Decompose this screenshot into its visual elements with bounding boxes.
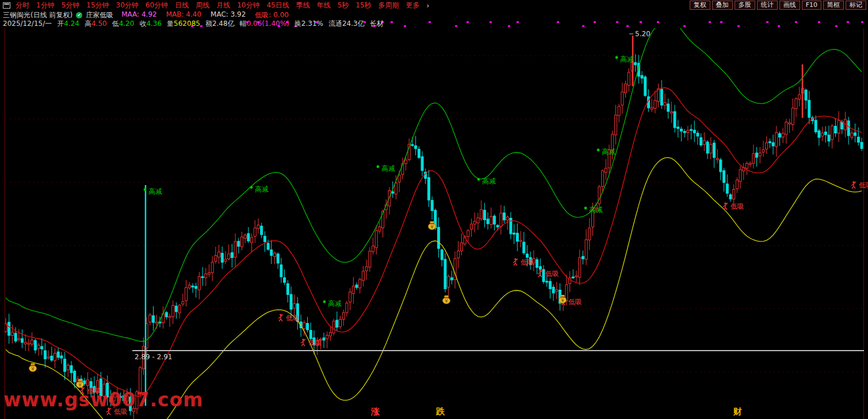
signal-dot: [766, 21, 768, 23]
quote-field: 高4.50: [85, 19, 107, 29]
chevron-right-icon[interactable]: ›: [427, 2, 430, 10]
svg-text:高减: 高减: [620, 55, 634, 63]
window-icon[interactable]: [3, 2, 10, 9]
quote-field: 2025/12/15/一: [3, 19, 52, 29]
toolbar-button-叠加[interactable]: 叠加: [712, 1, 733, 10]
toolbar-button-多股[interactable]: 多股: [735, 1, 755, 10]
menu-item-5秒[interactable]: 5秒: [338, 1, 349, 10]
indicator-check-icon[interactable]: ✔: [76, 12, 82, 18]
signal-dot: [429, 21, 431, 23]
signal-dot: [582, 25, 584, 27]
sell-signal-gaojian: 高减: [584, 206, 603, 214]
menu-item-多周期[interactable]: 多周期: [378, 1, 399, 10]
quote-field: 低4.20: [112, 19, 135, 29]
svg-text:¥: ¥: [430, 225, 433, 230]
quote-field: 量562085: [167, 19, 200, 29]
signal-dot: [404, 25, 406, 27]
signal-dot: [683, 25, 686, 27]
sell-signal-gaojian: 高减: [377, 164, 395, 172]
signal-dot: [508, 25, 510, 27]
toolbar-right: 复权叠加多股统计画线F10简框标记: [690, 1, 866, 10]
svg-text:低吸: 低吸: [568, 298, 582, 306]
svg-text:低吸: 低吸: [521, 258, 534, 266]
menu-item-周线[interactable]: 周线: [196, 1, 209, 10]
watermark: www.gsw007.com: [3, 389, 204, 411]
toolbar-button-简框[interactable]: 简框: [823, 1, 844, 10]
signal-dot: [640, 21, 642, 23]
quote-field: 额2.48亿: [205, 19, 235, 29]
signal-dot: [657, 21, 659, 23]
signal-dot: [709, 21, 711, 23]
buy-signal-dixi: 低吸: [723, 202, 744, 210]
signal-dot: [616, 21, 618, 23]
quote-field: 流通24.3亿: [328, 19, 365, 29]
svg-text:¥: ¥: [31, 367, 34, 372]
quote-bar: 2025/12/15/一开4.24高4.50低4.20收4.36量562085额…: [0, 20, 384, 28]
svg-text:高减: 高减: [482, 177, 496, 185]
menu-item-1分钟[interactable]: 1分钟: [36, 1, 55, 10]
svg-text:高减: 高减: [328, 299, 342, 307]
sell-signal-gaojian: 高减: [250, 185, 269, 193]
svg-text:高减: 高减: [602, 148, 615, 156]
period-menu: 分时1分钟5分钟15分钟30分钟60分钟日线周线月线10分钟45日线季线年线5秒…: [16, 1, 399, 10]
signal-dot: [557, 21, 559, 23]
signal-dot: [720, 21, 722, 23]
svg-text:低吸: 低吸: [859, 181, 868, 189]
toolbar-button-复权[interactable]: 复权: [690, 1, 710, 10]
signal-dot: [778, 25, 780, 27]
buy-signal-dixi: 低吸: [301, 339, 322, 347]
svg-text:低吸: 低吸: [545, 270, 559, 278]
toolbar-button-标记[interactable]: 标记: [846, 1, 866, 10]
peak-price-label: 5.20: [635, 30, 651, 38]
svg-text:低吸: 低吸: [731, 202, 744, 210]
menu-item-月线[interactable]: 月线: [216, 1, 230, 10]
quote-field: 收4.36: [139, 19, 162, 29]
menu-item-季线[interactable]: 季线: [296, 1, 310, 10]
chart-plot-area[interactable]: [5, 20, 866, 419]
svg-text:低吸: 低吸: [308, 339, 322, 347]
menu-item-15秒[interactable]: 15秒: [355, 1, 371, 10]
toolbar-button-画线[interactable]: 画线: [779, 1, 800, 10]
money-bag-icon: ¥: [29, 363, 37, 372]
menu-item-30分钟[interactable]: 30分钟: [116, 1, 139, 10]
signal-dot: [391, 21, 393, 23]
money-bag-icon: ¥: [443, 295, 450, 304]
quote-field: 幅0.06(1.40%): [240, 19, 289, 29]
sell-signal-gaojian: 高减: [477, 177, 496, 185]
signal-dot: [490, 21, 492, 23]
sell-signal-gaojian: 高减: [597, 148, 615, 156]
menu-item-15分钟[interactable]: 15分钟: [86, 1, 109, 10]
ticker-char: 跌: [436, 406, 445, 417]
ticker-char: 涨: [371, 406, 380, 417]
signal-dot: [517, 21, 519, 23]
main-candlestick-chart[interactable]: 2.89 - 2.915.20高减高减高减高减高减高减高减高减低吸低吸低吸低吸低…: [0, 0, 868, 419]
menu-item-年线[interactable]: 年线: [317, 1, 331, 10]
buy-signal-dixi: 低吸: [851, 181, 868, 189]
menu-item-日线[interactable]: 日线: [175, 1, 189, 10]
buy-signal-dixi: 低吸: [538, 270, 559, 278]
quote-field: 长材: [370, 19, 384, 29]
menu-item-60分钟[interactable]: 60分钟: [146, 1, 168, 10]
menu-item-5分钟[interactable]: 5分钟: [62, 1, 80, 10]
quote-field: 换2.31%: [295, 19, 323, 29]
sell-signal-gaojian: 高减: [144, 187, 162, 195]
menu-item-10分钟[interactable]: 10分钟: [237, 1, 259, 10]
signal-dot: [466, 21, 469, 23]
signal-dot: [594, 21, 596, 23]
menu-item-45日线[interactable]: 45日线: [266, 1, 289, 10]
svg-text:¥: ¥: [78, 383, 81, 388]
svg-text:高减: 高减: [589, 206, 603, 214]
svg-text:¥: ¥: [445, 299, 448, 304]
buy-signal-dixi: 低吸: [278, 314, 300, 322]
menu-item-分时[interactable]: 分时: [16, 1, 29, 10]
menu-item-more[interactable]: 更多: [406, 1, 420, 10]
svg-text:¥: ¥: [561, 298, 564, 303]
signal-dot: [818, 21, 820, 23]
sell-signal-gaojian: 高减: [615, 55, 634, 63]
signal-dot: [861, 21, 863, 23]
svg-text:高减: 高减: [381, 164, 395, 172]
toolbar-button-统计[interactable]: 统计: [757, 1, 778, 10]
sell-signal-gaojian: 高减: [323, 299, 342, 307]
toolbar-button-F10[interactable]: F10: [802, 1, 821, 10]
buy-signal-dixi: 低吸: [513, 258, 534, 266]
